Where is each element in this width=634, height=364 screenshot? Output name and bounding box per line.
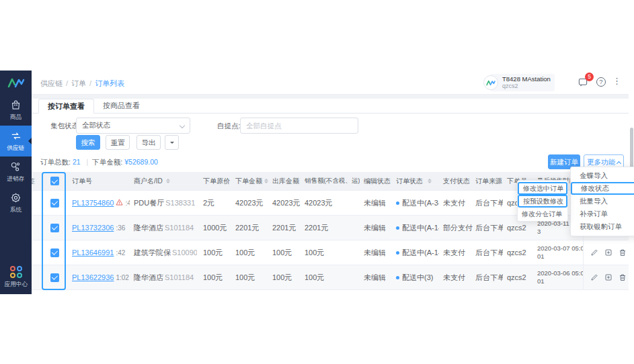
sidebar-item-system[interactable]: 系统 <box>0 187 32 218</box>
summary-bar: 订单总数:21|下单金额:¥52689.00 <box>40 158 160 167</box>
pay-status: 未支付 <box>439 191 473 215</box>
row-checkbox[interactable] <box>50 199 59 208</box>
col-pay-status: 支付状态 <box>439 172 473 190</box>
search-button[interactable]: 搜索 <box>76 135 100 150</box>
modify-status-submenu: 修改选中订单 按预设数修改 修改分仓订单 <box>517 180 568 222</box>
sales-amount: 100元 <box>301 240 360 265</box>
col-merchant[interactable]: 商户名/ID <box>130 172 197 190</box>
order-link[interactable]: PL13732306 <box>72 224 114 232</box>
order-source: 后台下单 <box>473 240 503 265</box>
sort-icon[interactable] <box>264 179 268 184</box>
copy-icon[interactable] <box>604 273 612 281</box>
status-dot <box>396 251 399 255</box>
order-link[interactable]: PL13754860 <box>72 199 114 207</box>
sidebar-item-label: 系统 <box>10 206 22 214</box>
col-edit-status: 编辑状态 <box>360 172 392 190</box>
sidebar-item-supply-chain[interactable]: 供应链 <box>0 126 32 156</box>
caret-down-icon <box>170 142 174 146</box>
merchant-id: S100901 <box>172 248 197 257</box>
sidebar-item-label: 进销存 <box>7 175 24 183</box>
pickup-point-input[interactable] <box>240 118 358 134</box>
chevron-up-icon <box>617 161 621 166</box>
tab-by-order[interactable]: 按订单查看 <box>38 99 94 113</box>
breadcrumb-item[interactable]: 订单 <box>71 79 86 87</box>
menu-item-supplement-order[interactable]: 补录订单 <box>571 208 634 220</box>
edit-icon[interactable] <box>590 248 598 257</box>
app-logo-icon <box>0 71 32 95</box>
row-checkbox[interactable] <box>50 224 59 232</box>
exchange-icon <box>10 130 22 142</box>
order-amount: 42023元 <box>232 191 269 215</box>
col-orig-price: 下单原价 <box>197 172 232 190</box>
orig-price: 100元 <box>197 240 232 265</box>
time-fragment: :42 <box>116 249 125 257</box>
submenu-item-modify-selected[interactable]: 修改选中订单 <box>518 182 567 195</box>
submenu-item-modify-warehouse[interactable]: 修改分仓订单 <box>518 208 567 220</box>
order-amount: 2201元 <box>232 216 269 240</box>
clipped-column: 签 <box>32 172 41 190</box>
sidebar-item-goods[interactable]: 商品 <box>0 95 32 126</box>
sales-amount: 2201元 <box>301 216 360 240</box>
pay-status: 未支付 <box>439 265 473 289</box>
nodes-icon <box>10 161 22 173</box>
merchant-name: 隆华酒店 <box>134 223 163 233</box>
active-item-arrow <box>25 138 32 144</box>
sort-icon[interactable] <box>166 179 170 184</box>
content-card: 按订单查看 按商品查看 集包状态: 全部状态 自提点: 搜索 重置 导出 订单总… <box>32 99 629 294</box>
merchant-name: PDU餐厅 <box>134 198 164 208</box>
col-outbound: 出库金额 <box>269 172 301 190</box>
user-info[interactable]: T8428 MAstation qzcs2 <box>490 74 555 91</box>
help-icon[interactable]: ? <box>596 77 606 87</box>
breadcrumb-item[interactable]: 供应链 <box>40 79 63 87</box>
row-checkbox[interactable] <box>50 248 59 257</box>
amount-value: ¥52689.00 <box>124 158 158 166</box>
tab-by-product[interactable]: 按商品查看 <box>94 99 149 113</box>
col-order-status[interactable]: 订单状态 <box>392 172 439 190</box>
breadcrumb-current: 订单列表 <box>95 79 124 87</box>
orig-price: 100元 <box>197 265 232 289</box>
submenu-item-modify-by-preset[interactable]: 按预设数修改 <box>518 195 567 208</box>
avatar[interactable] <box>483 75 498 90</box>
edit-icon[interactable] <box>590 273 598 281</box>
reset-button[interactable]: 重置 <box>106 135 130 150</box>
col-sales: 销售额(不含税、运) <box>301 172 360 190</box>
package-status-value: 全部状态 <box>82 121 110 129</box>
outbound-amount: 100元 <box>269 265 301 289</box>
sort-icon[interactable] <box>428 179 432 184</box>
merchant-name: 隆华酒店 <box>134 273 163 283</box>
select-all-cell <box>41 172 68 190</box>
sidebar-item-inventory[interactable]: 进销存 <box>0 156 32 187</box>
delete-icon[interactable] <box>619 273 627 281</box>
outbound-amount: 42023元 <box>269 191 301 215</box>
menu-item-kingdee-import[interactable]: 金蝶导入› <box>571 169 634 182</box>
order-link[interactable]: PL13622936 <box>72 273 114 281</box>
order-status: 配送中(A-3-1) <box>402 198 439 208</box>
notification-badge: 5 <box>585 73 594 81</box>
pay-status: 部分支付 <box>439 216 473 240</box>
order-total-value: 21 <box>73 158 81 166</box>
merchant-id: S101184 <box>165 273 194 281</box>
more-menu-icon[interactable]: ⋮ <box>612 76 621 86</box>
export-dropdown-button[interactable] <box>165 135 179 150</box>
time-fragment: :36 <box>116 224 125 232</box>
sidebar-item-app-center[interactable]: 应用中心 <box>0 261 32 294</box>
select-all-checkbox[interactable] <box>50 177 59 185</box>
col-amount[interactable]: 下单金额 <box>232 172 269 190</box>
copy-icon[interactable] <box>604 248 612 257</box>
app-window: 商品 供应链 进销存 <box>0 71 629 294</box>
delete-icon[interactable] <box>619 248 627 257</box>
sidebar: 商品 供应链 进销存 <box>0 71 32 294</box>
table-row: PL13622936 1:02 隆华酒店S101184 100元 100元 10… <box>32 265 629 290</box>
merchant-name: 建筑学院保 <box>134 248 171 258</box>
export-button[interactable]: 导出 <box>136 135 161 150</box>
chevron-down-icon <box>180 123 185 128</box>
col-order-no[interactable]: 订单号 <box>68 172 130 190</box>
menu-item-modify-status[interactable]: 修改状态› <box>571 182 634 195</box>
menu-item-batch-import[interactable]: 批量导入 <box>571 195 634 208</box>
more-functions-menu: 金蝶导入› 修改状态› 批量导入 补录订单 获取银豹订单 <box>570 167 634 236</box>
order-total-label: 订单总数: <box>40 158 71 166</box>
row-checkbox[interactable] <box>50 273 59 282</box>
order-link[interactable]: PL13646991 <box>72 248 114 257</box>
package-status-select[interactable]: 全部状态 <box>76 118 190 134</box>
menu-item-fetch-pos-orders[interactable]: 获取银豹订单 <box>571 220 634 233</box>
